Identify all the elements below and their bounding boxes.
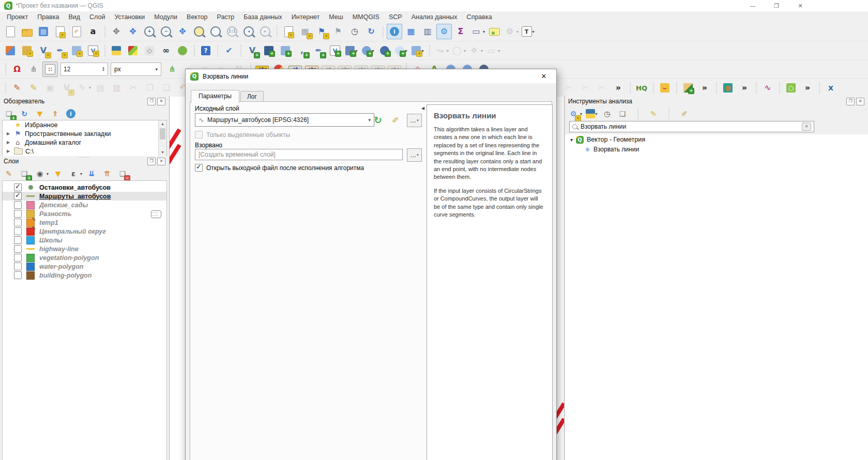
layer-checkbox[interactable]: [14, 227, 22, 235]
layer-item[interactable]: Разность: [3, 209, 166, 218]
toolbox-algorithm-explode-lines[interactable]: Взорвать линии: [565, 145, 868, 154]
toolbar-button[interactable]: [3, 62, 8, 77]
menu-item[interactable]: SCP: [384, 13, 407, 21]
edit-in-place-icon[interactable]: ✎: [647, 107, 660, 120]
chevron-down-icon[interactable]: [570, 137, 573, 143]
browse-input-button[interactable]: …: [407, 114, 422, 127]
new-map-view-icon[interactable]: [281, 24, 296, 39]
toolbox-search[interactable]: [569, 121, 814, 132]
scp-plugin-icon[interactable]: ⌣: [657, 80, 673, 96]
paste-features-icon[interactable]: ❏: [159, 80, 174, 96]
layer-item[interactable]: Детские_сады: [3, 201, 166, 209]
layer-item[interactable]: Маршруты_автобусов: [3, 192, 166, 201]
menu-item[interactable]: Вид: [64, 13, 85, 21]
spinner-arrows-icon[interactable]: [102, 67, 105, 72]
layer-checkbox[interactable]: [14, 183, 22, 191]
add-vector-layer-icon[interactable]: V: [245, 43, 260, 58]
menu-item[interactable]: Интернет: [287, 13, 325, 21]
toolbar-button[interactable]: [215, 43, 220, 58]
help-contents-icon[interactable]: ?: [198, 43, 214, 58]
raster-clip-icon[interactable]: [680, 80, 696, 96]
new-spatialite-layer-icon[interactable]: ✒: [52, 43, 68, 58]
enable-tracing-icon[interactable]: ⋔: [164, 62, 180, 77]
zoom-last-icon[interactable]: ◂: [241, 24, 256, 39]
add-wms-layer-icon[interactable]: [360, 43, 376, 58]
browser-item[interactable]: ★ Избранное: [3, 120, 166, 129]
float-panel-icon[interactable]: ❐: [147, 158, 156, 165]
toolbar-button[interactable]: [627, 80, 633, 96]
annotation-symbol-icon[interactable]: ❖: [467, 43, 483, 58]
toolbar-button[interactable]: [238, 43, 243, 58]
add-delimited-text-icon[interactable]: ,: [294, 43, 310, 58]
add-wfs-layer-icon[interactable]: [393, 43, 409, 58]
menu-item[interactable]: База данных: [239, 13, 286, 21]
toolbar-button[interactable]: [102, 43, 108, 58]
zoom-out-icon[interactable]: −: [158, 24, 174, 39]
open-after-checkbox[interactable]: [195, 164, 203, 172]
add-group-icon[interactable]: ❏: [18, 167, 31, 180]
browser-item[interactable]: ⚑ Пространственные закладки: [3, 129, 166, 138]
zoom-native-icon[interactable]: 1:1: [224, 24, 240, 39]
add-feature-icon[interactable]: V: [59, 80, 74, 96]
annotation-polygon-icon[interactable]: ◯: [450, 43, 466, 58]
raster-overflow-icon[interactable]: »: [697, 80, 712, 96]
osm-search-plugin-icon[interactable]: [125, 43, 141, 58]
toolbox-group-vector-geometry[interactable]: Вектор - Геометрия: [565, 134, 868, 145]
topology-editing-icon[interactable]: ⋔: [26, 62, 41, 77]
toolbar-button[interactable]: [102, 24, 108, 39]
close-panel-icon[interactable]: ✕: [856, 98, 864, 105]
restore-button[interactable]: ❐: [765, 0, 788, 11]
snap-unit-select[interactable]: px: [111, 63, 161, 76]
new-shapefile-layer-icon[interactable]: V: [36, 43, 51, 58]
menu-item[interactable]: Установки: [110, 13, 149, 21]
annotation-rect-icon[interactable]: ▭: [484, 43, 500, 58]
menu-item[interactable]: Слой: [85, 13, 110, 21]
layer-item[interactable]: Остановки_автобусов: [3, 183, 166, 192]
toolbar-button[interactable]: [191, 43, 197, 58]
menu-item[interactable]: Меш: [324, 13, 348, 21]
reshape-features-icon[interactable]: ✂: [577, 80, 593, 96]
x-plugin-icon[interactable]: X: [823, 80, 839, 96]
close-panel-icon[interactable]: ✕: [157, 158, 165, 165]
browser-filter-icon[interactable]: ▼: [33, 107, 47, 120]
menu-item[interactable]: Справка: [462, 13, 497, 21]
attribute-table-icon[interactable]: ▦: [403, 24, 419, 39]
quickmapservices-icon[interactable]: [175, 43, 190, 58]
menu-item[interactable]: Проект: [2, 13, 33, 21]
toolbar-button[interactable]: [674, 80, 679, 96]
vertex-tool-icon[interactable]: ✎: [75, 80, 92, 96]
browser-item[interactable]: ⌂ Домашний каталог: [3, 138, 166, 147]
grid-overflow-icon[interactable]: »: [737, 80, 752, 96]
output-path-input[interactable]: [195, 149, 403, 160]
layer-item[interactable]: temp1: [3, 218, 166, 227]
toggle-editing-icon[interactable]: ✎: [26, 80, 41, 96]
toolbar-button[interactable]: [776, 80, 782, 96]
run-feature-action-icon[interactable]: ⚙: [503, 24, 519, 39]
add-raster-layer-icon[interactable]: [261, 43, 277, 58]
layer-checkbox[interactable]: [14, 210, 22, 218]
expand-arrow-icon[interactable]: [6, 149, 11, 154]
browser-collapse-icon[interactable]: ⇑: [49, 107, 62, 120]
zoom-to-layer-icon[interactable]: [208, 24, 223, 39]
toolbar-button[interactable]: [753, 80, 759, 96]
show-bookmarks-icon[interactable]: ⚑: [330, 24, 346, 39]
toolbar-button[interactable]: [816, 80, 822, 96]
identify-features-icon[interactable]: i: [387, 24, 402, 39]
float-panel-icon[interactable]: ❐: [846, 98, 855, 105]
add-postgis-layer-icon[interactable]: [344, 43, 359, 58]
collapse-all-icon[interactable]: ⇈: [100, 167, 114, 180]
layer-item[interactable]: vegetation-polygon: [3, 253, 166, 262]
current-edits-icon[interactable]: ✎: [9, 80, 25, 96]
new-geopackage-layer-icon[interactable]: [19, 43, 35, 58]
remove-layer-icon[interactable]: ❏: [116, 167, 129, 180]
sum-icon[interactable]: Σ: [453, 24, 468, 39]
layout-manager-icon[interactable]: ✐: [69, 24, 84, 39]
history-icon[interactable]: ◷: [600, 107, 614, 120]
new-mesh-layer-icon[interactable]: [69, 43, 84, 58]
layer-styling-icon[interactable]: ✎: [2, 167, 16, 180]
close-icon[interactable]: ✕: [536, 72, 552, 80]
minimize-button[interactable]: —: [741, 0, 765, 11]
data-source-manager-icon[interactable]: [3, 43, 18, 58]
menu-item[interactable]: Анализ данных: [407, 13, 462, 21]
expand-arrow-icon[interactable]: [6, 131, 11, 136]
